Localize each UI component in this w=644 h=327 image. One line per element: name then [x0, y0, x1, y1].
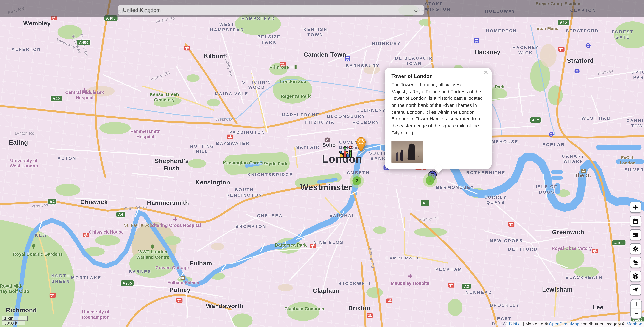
weather-icon — [632, 259, 639, 266]
sidebar-button-web[interactable] — [630, 270, 641, 282]
map-app: Eton AveCRICKLEWOODSTOKE NEWINGTONHOLLOW… — [0, 0, 644, 327]
globe-icon — [632, 272, 639, 280]
popup-title: Tower of London — [391, 74, 484, 79]
attribution-link-leaflet[interactable]: Leaflet — [509, 321, 522, 326]
london-city-icon[interactable] — [339, 146, 352, 158]
loading-marker-pin[interactable] — [356, 136, 366, 152]
scale-imperial: 3000 ft — [2, 320, 25, 326]
navigation-icon — [632, 286, 639, 293]
cluster-count: 2 — [352, 176, 361, 185]
zoom-out-button[interactable]: − — [631, 309, 642, 318]
popup-photo — [391, 141, 424, 163]
scale-control: 1 km 3000 ft — [2, 316, 27, 326]
chevron-down-icon — [414, 8, 418, 14]
sidebar-button-locate[interactable] — [630, 284, 641, 295]
zoom-control: + − — [630, 299, 642, 319]
sidebar-button-flights[interactable] — [630, 202, 641, 213]
popup-close-button[interactable]: × — [484, 69, 488, 76]
popup-tower-of-london: Tower of London The Tower of London, off… — [385, 68, 492, 169]
sidebar-button-settings[interactable] — [630, 243, 641, 254]
attribution: Leaflet | Map data © OpenStreetMap contr… — [506, 321, 644, 327]
map-geography — [0, 0, 644, 327]
map-canvas[interactable]: Eton AveCRICKLEWOODSTOKE NEWINGTONHOLLOW… — [0, 0, 644, 327]
calendar-icon — [632, 218, 639, 224]
popup-bubble: Tower of London The Tower of London, off… — [385, 68, 492, 169]
visitor-silhouette — [396, 152, 398, 161]
zoom-in-button[interactable]: + — [631, 300, 642, 309]
gear-icon — [632, 245, 639, 252]
plane-icon — [632, 204, 639, 211]
attribution-link-openstreetmap[interactable]: OpenStreetMap — [549, 321, 579, 326]
guard-silhouette — [400, 150, 403, 161]
attribution-text: contributors, Imagery © — [579, 321, 627, 326]
newspaper-icon — [632, 231, 639, 238]
popup-body: The Tower of London, officially Her Maje… — [391, 81, 484, 136]
sidebar-button-weather[interactable] — [630, 257, 641, 268]
attribution-text: | Map data © — [522, 321, 549, 326]
sidebar-button-calendar[interactable] — [630, 216, 641, 226]
attribution-link-mapbox[interactable]: Mapbox — [626, 321, 642, 326]
sentry-box-silhouette — [408, 143, 416, 160]
cluster-count: 5 — [426, 176, 434, 185]
region-select[interactable]: United Kingdom — [118, 5, 424, 15]
region-select-value: United Kingdom — [123, 7, 161, 13]
sidebar-button-news[interactable] — [630, 229, 641, 240]
